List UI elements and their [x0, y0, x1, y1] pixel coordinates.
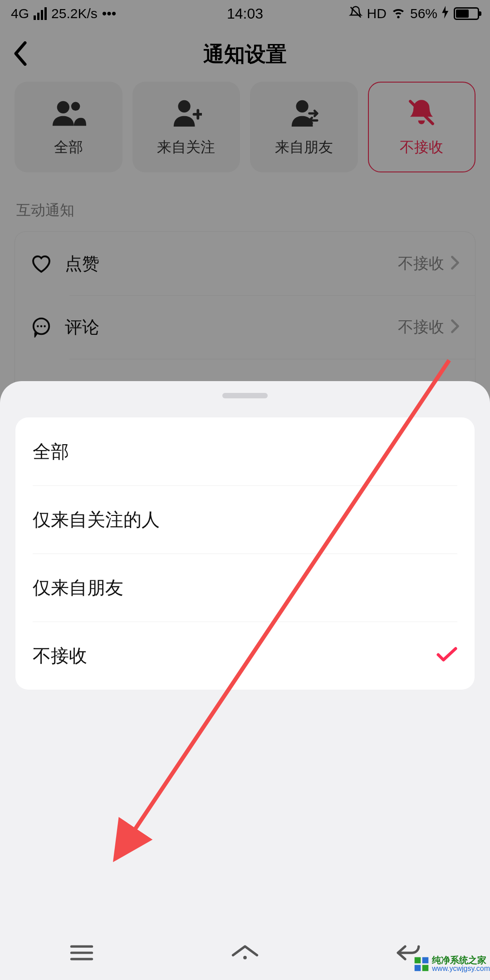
watermark-title: 纯净系统之家 — [432, 956, 490, 965]
svg-point-14 — [243, 956, 247, 960]
sheet-option-label: 仅来自朋友 — [33, 575, 123, 600]
sheet-option-label: 全部 — [33, 439, 69, 464]
sheet-option-label: 不接收 — [33, 643, 87, 668]
svg-rect-16 — [422, 957, 429, 964]
sheet-option-friends[interactable]: 仅来自朋友 — [15, 554, 475, 622]
watermark-url: www.ycwjgsy.com — [432, 965, 490, 973]
watermark: 纯净系统之家 www.ycwjgsy.com — [414, 956, 490, 973]
sheet-option-none[interactable]: 不接收 — [15, 622, 475, 690]
action-sheet: 全部 仅来自关注的人 仅来自朋友 不接收 — [0, 381, 490, 980]
watermark-logo-icon — [414, 956, 429, 972]
home-button[interactable] — [218, 939, 272, 966]
sheet-option-all[interactable]: 全部 — [15, 417, 475, 485]
svg-rect-15 — [415, 957, 421, 964]
sheet-option-label: 仅来自关注的人 — [33, 507, 160, 532]
recent-apps-button[interactable] — [54, 939, 109, 966]
svg-rect-17 — [415, 965, 421, 971]
svg-rect-18 — [422, 965, 429, 971]
sheet-option-following[interactable]: 仅来自关注的人 — [15, 485, 475, 554]
sheet-handle[interactable] — [222, 393, 268, 398]
check-icon — [436, 647, 457, 665]
